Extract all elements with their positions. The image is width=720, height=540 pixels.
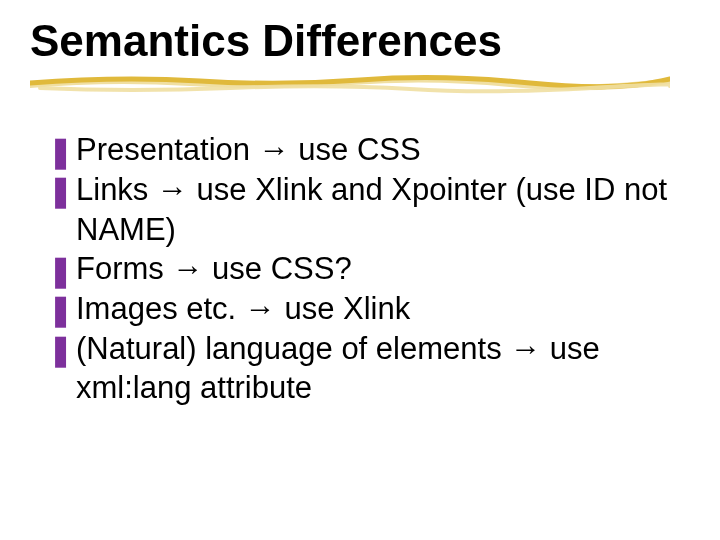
bullet-text: Images etc. → use Xlink xyxy=(76,291,410,326)
bullet-icon: ❚ xyxy=(48,331,73,369)
list-item: ❚ (Natural) language of elements → use x… xyxy=(48,329,690,408)
list-item: ❚ Presentation → use CSS xyxy=(48,130,690,170)
bullet-text: Forms → use CSS? xyxy=(76,251,352,286)
bullet-text: (Natural) language of elements → use xml… xyxy=(76,331,600,406)
bullet-icon: ❚ xyxy=(48,133,73,171)
list-item: ❚ Images etc. → use Xlink xyxy=(48,289,690,329)
bullet-list: ❚ Presentation → use CSS ❚ Links → use X… xyxy=(30,130,690,408)
list-item: ❚ Links → use Xlink and Xpointer (use ID… xyxy=(48,170,690,249)
bullet-icon: ❚ xyxy=(48,291,73,329)
bullet-text: Links → use Xlink and Xpointer (use ID n… xyxy=(76,172,667,247)
slide-title: Semantics Differences xyxy=(30,18,690,64)
list-item: ❚ Forms → use CSS? xyxy=(48,249,690,289)
decorative-underline xyxy=(30,70,670,96)
bullet-text: Presentation → use CSS xyxy=(76,132,421,167)
slide: Semantics Differences ❚ Presentation → u… xyxy=(0,0,720,540)
bullet-icon: ❚ xyxy=(48,172,73,210)
bullet-icon: ❚ xyxy=(48,252,73,290)
